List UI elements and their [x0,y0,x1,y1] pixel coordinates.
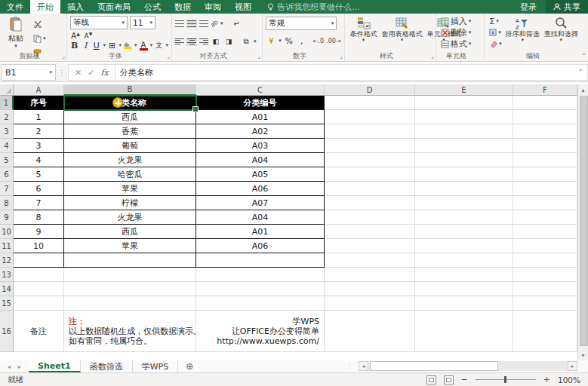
wrap-text-icon[interactable]: ↵ [232,20,242,28]
cell-C10[interactable]: A01 [196,225,325,239]
align-bottom-icon[interactable] [199,20,208,27]
find-select-button[interactable]: 查找和选择 ▾ [542,16,580,49]
cell-A16[interactable]: 备注 [14,311,64,352]
fill-button[interactable]: ▾ [488,27,503,38]
cell-A14[interactable] [14,282,64,296]
cell-D2[interactable] [325,110,415,124]
share-button[interactable]: 共享 [546,0,588,14]
cell-D11[interactable] [325,239,415,253]
font-size-select[interactable]: 11▾ [130,16,155,29]
cell-C5[interactable]: A04 [196,153,325,167]
scroll-right-icon[interactable]: ▸ [568,361,577,371]
row-header-6[interactable]: 6 [0,167,14,182]
horizontal-scroll-track[interactable] [368,361,568,371]
cell-B7[interactable]: 苹果 [64,182,196,196]
cell-E4[interactable] [415,139,513,153]
cell-D7[interactable] [325,182,415,196]
format-cells-button[interactable]: 格式▾ [439,38,482,50]
next-sheet-icon[interactable]: ▸ [18,363,21,370]
currency-icon[interactable]: ¥ [266,36,276,46]
cell-C12[interactable] [196,253,325,268]
cell-E14[interactable] [415,282,513,296]
row-header-3[interactable]: 3 [0,124,14,139]
cell-D6[interactable] [325,167,415,182]
cell-A6[interactable]: 5 [14,167,64,182]
cell-E2[interactable] [415,110,513,124]
zoom-out-icon[interactable]: − [461,375,468,384]
increase-font-icon[interactable]: A▲ [70,31,81,40]
menu-tab[interactable]: 公式 [137,0,168,14]
cell-D14[interactable] [325,282,415,296]
cut-button[interactable] [32,17,48,31]
row-header-8[interactable]: 8 [0,196,14,210]
row-header-12[interactable]: 12 [0,253,14,268]
underline-button[interactable]: U [92,41,100,51]
format-as-table-button[interactable]: 套用表格格式 ▾ [380,16,425,43]
row-header-4[interactable]: 4 [0,139,14,153]
cell-C11[interactable]: A06 [196,239,325,253]
decrease-font-icon[interactable]: A▼ [83,31,94,40]
cell-C16[interactable]: 学WPS让OFFICE办公变得简单http://www.xuewps.com/ [196,311,325,352]
cell-E10[interactable] [415,225,513,239]
column-header-C[interactable]: C [196,84,325,96]
cell-B9[interactable]: 火龙果 [64,210,196,225]
cell-C14[interactable] [196,282,325,296]
scroll-left-icon[interactable]: ◂ [359,361,368,371]
cell-A2[interactable]: 1 [14,110,64,124]
row-header-9[interactable]: 9 [0,210,14,225]
cell-D10[interactable] [325,225,415,239]
horizontal-scroll-thumb[interactable] [370,361,498,371]
zoom-slider-thumb[interactable] [504,376,506,383]
select-all-corner[interactable] [0,84,14,96]
bold-button[interactable]: B [70,41,79,51]
row-header-11[interactable]: 11 [0,239,14,253]
cell-C9[interactable]: A04 [196,210,325,225]
merge-center-icon[interactable]: ⧉ [241,37,251,46]
align-right-icon[interactable] [199,38,208,45]
cell-B13[interactable] [64,268,196,282]
cell-D13[interactable] [325,268,415,282]
cell-B12[interactable] [64,253,196,268]
row-header-13[interactable]: 13 [0,268,14,282]
clear-button[interactable]: ▾ [488,38,503,49]
tell-me-box[interactable]: 告诉我您想要做什么... [267,0,360,14]
cell-D15[interactable] [325,296,415,311]
increase-indent-icon[interactable]: ◨ [223,38,234,45]
cell-B16[interactable]: 注：以上数据随机生成，仅供数据演示。如有雷同，纯属巧合。 [64,311,196,352]
fill-color-icon[interactable] [124,42,132,49]
cell-B15[interactable] [64,296,196,311]
cell-C13[interactable] [196,268,325,282]
cell-C2[interactable]: A01 [196,110,325,124]
cell-F10[interactable] [513,225,577,239]
conditional-formatting-button[interactable]: ≠ 条件格式 ▾ [348,16,380,43]
cell-F8[interactable] [513,196,577,210]
cell-B4[interactable]: 葡萄 [64,139,196,153]
cell-C6[interactable]: A05 [196,167,325,182]
cell-E12[interactable] [415,253,513,268]
sheet-tab[interactable]: Sheet1 [29,360,81,372]
name-box[interactable]: B1▾ [2,64,56,81]
page-layout-view-icon[interactable] [426,375,436,384]
delete-cells-button[interactable]: 删除▾ [439,27,482,38]
dialog-launcher-icon[interactable]: ⌟ [431,53,434,60]
number-format-select[interactable]: 常规▾ [266,17,337,30]
cell-E3[interactable] [415,124,513,139]
menu-tab[interactable]: 插入 [60,0,91,14]
scroll-up-icon[interactable]: ▴ [578,84,588,95]
enter-icon[interactable]: ✓ [88,68,94,78]
cell-F4[interactable] [513,139,577,153]
cell-E15[interactable] [415,296,513,311]
percent-icon[interactable]: % [284,36,294,46]
increase-decimal-icon[interactable]: ←.0 [313,38,324,44]
column-header-E[interactable]: E [415,84,513,96]
font-name-select[interactable]: 等线▾ [70,16,128,29]
column-header-D[interactable]: D [325,84,415,96]
cell-B14[interactable] [64,282,196,296]
align-center-icon[interactable] [186,38,197,46]
sheet-tab[interactable]: 函数筛选 [81,360,133,372]
cell-F1[interactable] [513,96,577,110]
cancel-icon[interactable]: ✕ [75,68,82,78]
cell-A4[interactable]: 3 [14,139,64,153]
zoom-in-icon[interactable]: + [543,375,550,384]
menu-tab[interactable]: 开始 [30,0,60,14]
